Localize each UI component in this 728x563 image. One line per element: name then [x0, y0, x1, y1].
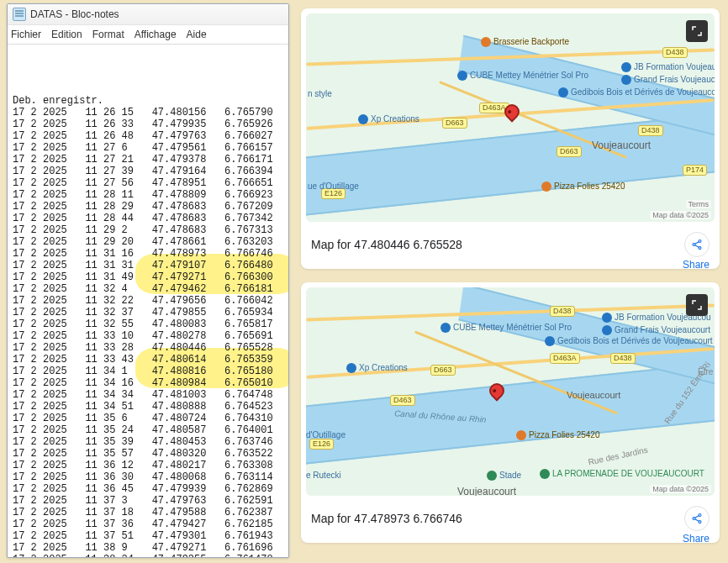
road-shield: D438: [638, 125, 663, 136]
map-attribution: Map data ©2025: [650, 485, 711, 493]
map-card-1: D438 D663 D663 D463A D438 P174 E126 Bras…: [301, 8, 720, 269]
poi-promenade[interactable]: LA PROMENADE DE VOUJEAUCOURT: [540, 469, 704, 479]
road-shield: D463: [390, 395, 415, 406]
share-button[interactable]: [684, 232, 710, 257]
poi-xp[interactable]: Xp Creations: [346, 363, 408, 373]
poi-rutecki: e Rutecki: [306, 471, 341, 480]
road-shield: D663: [442, 118, 467, 129]
svg-point-3: [699, 513, 701, 516]
notepad-window: DATAS - Bloc-notes Fichier Edition Forma…: [7, 3, 289, 558]
locality-label: Voujeaucourt: [457, 486, 516, 496]
title-bar[interactable]: DATAS - Bloc-notes: [8, 4, 288, 25]
svg-point-5: [699, 521, 701, 524]
expand-icon[interactable]: [686, 294, 708, 316]
menu-bar: Fichier Edition Format Affichage Aide: [8, 25, 288, 45]
poi-xp[interactable]: Xp Creations: [358, 114, 419, 124]
map-card-2: D438 D663 D463A D438 D463 E126 CUBE Mett…: [301, 282, 720, 543]
locality-label: Voujeaucourt: [592, 139, 651, 151]
locality-label-2: Voujeaucourt: [567, 390, 620, 400]
poi-brasserie[interactable]: Brasserie Backporte: [481, 37, 569, 47]
poi-gedibois[interactable]: Gedibois Bois et Dérivés de Voujeaucourt: [545, 336, 713, 346]
text-editor[interactable]: Deb. enregistr. 17 2 2025 11 26 15 47.48…: [8, 45, 288, 558]
road-shield: P174: [683, 165, 707, 176]
svg-point-2: [699, 247, 701, 250]
poi-grand[interactable]: Grand Frais Voujeauco: [621, 75, 715, 85]
menu-aide[interactable]: Aide: [187, 25, 207, 44]
svg-point-1: [693, 244, 695, 246]
map-caption-2: Map for 47.478973 6.766746: [311, 512, 462, 525]
road-shield: D438: [610, 353, 636, 364]
poi-gedibois[interactable]: Gedibois Bois et Dérivés de Voujeaucourt: [558, 87, 715, 97]
poi-cube[interactable]: CUBE Mettey Ménétrier Sol Pro: [440, 323, 572, 333]
road-shield: D463A: [550, 353, 580, 364]
road-shield: D438: [662, 47, 688, 58]
map-1[interactable]: D438 D663 D663 D463A D438 P174 E126 Bras…: [306, 13, 715, 222]
map-2[interactable]: D438 D663 D463A D438 D463 E126 CUBE Mett…: [306, 287, 715, 496]
svg-point-0: [699, 239, 701, 242]
poi-style: n style: [308, 89, 332, 98]
road-shield: D438: [550, 306, 575, 317]
menu-format[interactable]: Format: [92, 25, 124, 44]
poi-pizza[interactable]: Pizza Folies 25420: [541, 182, 625, 192]
map-terms[interactable]: Terms: [686, 200, 712, 208]
map-caption-row: Map for 47.478973 6.766746: [301, 501, 720, 533]
svg-point-4: [693, 518, 695, 520]
poi-cube[interactable]: CUBE Mettey Ménétrier Sol Pro: [457, 71, 588, 81]
share-link[interactable]: Share: [683, 259, 710, 271]
notepad-icon: [13, 8, 26, 21]
road-shield: D663: [430, 365, 456, 376]
poi-jb[interactable]: JB Formation Voujeaucou: [621, 62, 715, 72]
street-label: Être: [698, 367, 713, 376]
poi-outil: ue d'Outillage: [308, 182, 359, 191]
map-caption-row: Map for 47.480446 6.765528: [301, 227, 720, 259]
menu-edition[interactable]: Edition: [51, 25, 82, 44]
expand-icon[interactable]: [686, 20, 708, 42]
log-content: Deb. enregistr. 17 2 2025 11 26 15 47.48…: [13, 95, 283, 558]
map-caption-1: Map for 47.480446 6.765528: [311, 238, 462, 251]
poi-outil: d'Outillage: [306, 430, 346, 439]
window-title: DATAS - Bloc-notes: [30, 4, 119, 24]
menu-affichage[interactable]: Affichage: [135, 25, 177, 44]
poi-grand[interactable]: Grand Frais Voujeaucourt: [602, 325, 710, 335]
map-attribution: Map data ©2025: [650, 211, 711, 219]
menu-fichier[interactable]: Fichier: [11, 25, 41, 44]
poi-pizza[interactable]: Pizza Folies 25420: [516, 430, 600, 440]
share-button[interactable]: [684, 506, 710, 531]
share-link[interactable]: Share: [683, 533, 710, 545]
road-shield: D663: [557, 146, 582, 157]
road-shield: E126: [309, 439, 334, 450]
poi-stade[interactable]: Stade: [487, 471, 521, 481]
